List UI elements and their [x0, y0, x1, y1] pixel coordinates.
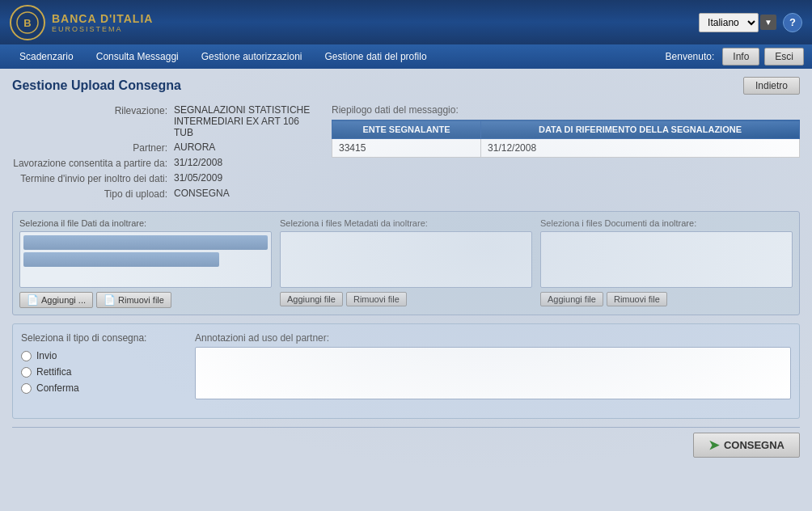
svg-text:B: B [23, 17, 31, 29]
tipo-consegna-section: Seleziona il tipo di consegna: Invio Ret… [21, 332, 183, 402]
upload-file-area-dati [19, 231, 272, 288]
top-right-controls: Italiano English ▼ ? [699, 13, 802, 32]
consegna-button[interactable]: ➤ CONSEGNA [693, 433, 800, 458]
upload-btn-row-documenti: Aggiungi file Rimuovi file [540, 292, 793, 306]
language-selector-wrap: Italiano English ▼ [699, 13, 776, 32]
radio-rettifica-label: Rettifica [36, 366, 71, 378]
main-content: Gestione Upload Consegna Indietro Rileva… [0, 69, 812, 511]
upload-file-area-metadati [280, 231, 532, 288]
riepilogo-ente: 33415 [332, 139, 481, 158]
aggiungi-documenti-button[interactable]: Aggiungi file [540, 292, 603, 306]
language-arrow-btn[interactable]: ▼ [760, 15, 776, 30]
annotazioni-section: Annotazioni ad uso del partner: [195, 332, 791, 402]
page-header: Gestione Upload Consegna Indietro [12, 77, 800, 95]
lavorazione-value: 31/12/2008 [174, 157, 222, 168]
table-row: 33415 31/12/2008 [332, 139, 800, 158]
bank-logo-icon: B [10, 5, 45, 40]
info-button[interactable]: Info [722, 48, 759, 65]
partner-value: AURORA [174, 141, 215, 153]
rimuovi-main-button[interactable]: 📄 Rimuovi file [96, 292, 171, 308]
radio-invio[interactable] [21, 351, 32, 361]
riepilogo-table: ENTE SEGNALANTE DATA DI RIFERIMENTO DELL… [332, 120, 800, 158]
rimuovi-metadati-button[interactable]: Rimuovi file [346, 292, 407, 306]
nav-item-gestione-autorizzazioni[interactable]: Gestione autorizzazioni [190, 44, 314, 69]
help-button[interactable]: ? [783, 13, 802, 32]
language-select[interactable]: Italiano English [699, 13, 759, 32]
partner-label: Partner: [12, 141, 174, 154]
radio-conferma[interactable] [21, 383, 32, 394]
upload-btn-row-dati: 📄 Aggiungi ... 📄 Rimuovi file [19, 292, 272, 308]
consegna-icon: ➤ [708, 437, 719, 453]
rilevazione-row: Rilevazione: SEGNALAZIONI STATISTICHE IN… [12, 104, 319, 138]
upload-panel-metadati: Seleziona i files Metadati da inoltrare:… [280, 218, 532, 308]
logo-subtitle: EUROSISTEMA [52, 25, 153, 33]
upload-section: Seleziona il file Dati da inoltrare: 📄 A… [12, 211, 800, 315]
footer-bar: ➤ CONSEGNA [12, 427, 800, 462]
lavorazione-row: Lavorazione consentita a partire da: 31/… [12, 157, 319, 169]
termine-value: 31/05/2009 [174, 172, 222, 184]
annotazioni-textarea[interactable] [195, 347, 791, 399]
add-icon: 📄 [27, 294, 39, 306]
nav-right-controls: Benvenuto: Info Esci [666, 48, 804, 65]
radio-rettifica-row: Rettifica [21, 366, 183, 378]
aggiungi-main-button[interactable]: 📄 Aggiungi ... [19, 292, 93, 308]
logo-title: BANCA D'ITALIA [52, 12, 153, 25]
termine-label: Termine d'invio per inoltro dei dati: [12, 172, 174, 184]
upload-panel-metadati-title: Seleziona i files Metadati da inoltrare: [280, 218, 532, 228]
radio-invio-label: Invio [36, 350, 57, 361]
logo-text: BANCA D'ITALIA EUROSISTEMA [52, 12, 153, 33]
riepilogo-data: 31/12/2008 [481, 139, 800, 158]
upload-file-area-documenti [540, 231, 793, 288]
tipo-upload-label: Tipo di upload: [12, 188, 174, 200]
rilevazione-value: SEGNALAZIONI STATISTICHE INTERMEDIARI EX… [174, 104, 319, 138]
nav-items: Scadenzario Consulta Messaggi Gestione a… [8, 44, 666, 69]
upload-panel-dati-title: Seleziona il file Dati da inoltrare: [19, 218, 272, 228]
form-section: Rilevazione: SEGNALAZIONI STATISTICHE IN… [12, 104, 800, 203]
bottom-section-bg: Seleziona il tipo di consegna: Invio Ret… [12, 323, 800, 419]
annotazioni-title: Annotazioni ad uso del partner: [195, 332, 791, 344]
bottom-section: Seleziona il tipo di consegna: Invio Ret… [21, 332, 791, 402]
upload-panel-documenti-title: Seleziona i files Documenti da inoltrare… [540, 218, 793, 228]
rilevazione-label: Rilevazione: [12, 104, 174, 116]
aggiungi-metadati-button[interactable]: Aggiungi file [280, 292, 343, 306]
esci-button[interactable]: Esci [764, 48, 804, 65]
upload-panels: Seleziona il file Dati da inoltrare: 📄 A… [19, 218, 793, 308]
upload-panel-dati: Seleziona il file Dati da inoltrare: 📄 A… [19, 218, 272, 308]
nav-item-consulta-messaggi[interactable]: Consulta Messaggi [85, 44, 190, 69]
riepilogo-col1: ENTE SEGNALANTE [332, 120, 481, 139]
logo-area: B BANCA D'ITALIA EUROSISTEMA [10, 5, 153, 40]
lavorazione-label: Lavorazione consentita a partire da: [12, 157, 174, 169]
page-title: Gestione Upload Consegna [12, 78, 181, 93]
termine-row: Termine d'invio per inoltro dei dati: 31… [12, 172, 319, 184]
tipo-upload-row: Tipo di upload: CONSEGNA [12, 188, 319, 200]
top-bar: B BANCA D'ITALIA EUROSISTEMA Italiano En… [0, 0, 812, 44]
upload-btn-row-metadati: Aggiungi file Rimuovi file [280, 292, 532, 306]
rimuovi-documenti-button[interactable]: Rimuovi file [607, 292, 667, 306]
radio-conferma-row: Conferma [21, 382, 183, 394]
nav-item-gestione-dati-profilo[interactable]: Gestione dati del profilo [314, 44, 438, 69]
radio-conferma-label: Conferma [36, 382, 79, 394]
file-item-1 [23, 235, 268, 250]
form-left: Rilevazione: SEGNALAZIONI STATISTICHE IN… [12, 104, 319, 203]
remove-icon: 📄 [104, 294, 116, 306]
riepilogo-col2: DATA DI RIFERIMENTO DELLA SEGNALAZIONE [481, 120, 800, 139]
tipo-consegna-title: Seleziona il tipo di consegna: [21, 332, 183, 344]
partner-row: Partner: AURORA [12, 141, 319, 154]
upload-panel-documenti: Seleziona i files Documenti da inoltrare… [540, 218, 793, 308]
back-button[interactable]: Indietro [743, 77, 800, 95]
riepilogo-title: Riepilogo dati del messaggio: [332, 104, 800, 116]
nav-bar: Scadenzario Consulta Messaggi Gestione a… [0, 44, 812, 69]
consegna-label: CONSEGNA [724, 439, 785, 451]
file-item-2 [23, 252, 219, 267]
radio-rettifica[interactable] [21, 367, 32, 378]
riepilogo-section: Riepilogo dati del messaggio: ENTE SEGNA… [332, 104, 800, 203]
benvenuto-label: Benvenuto: [666, 51, 715, 62]
radio-invio-row: Invio [21, 350, 183, 361]
tipo-upload-value: CONSEGNA [174, 188, 230, 199]
nav-item-scadenzario[interactable]: Scadenzario [8, 44, 85, 69]
